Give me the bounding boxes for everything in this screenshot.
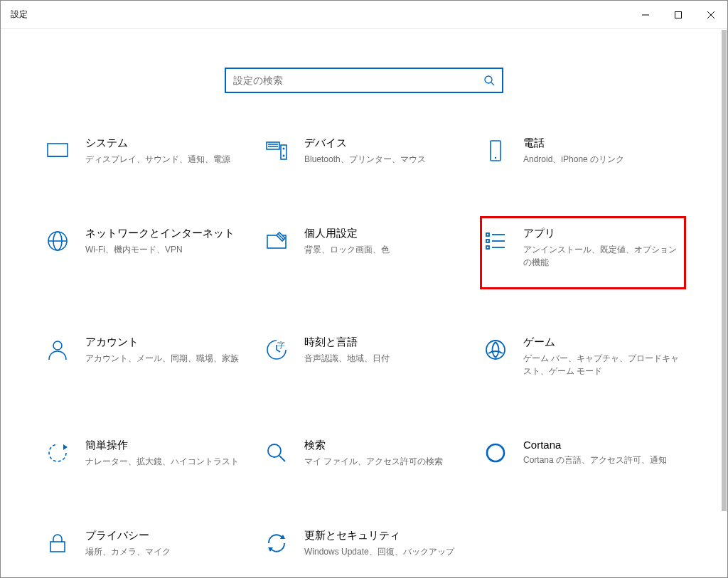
close-icon [707,11,714,18]
tile-desc: ディスプレイ、サウンド、通知、電源 [85,153,245,166]
window-title: 設定 [11,9,28,21]
search-category-icon [264,441,289,465]
tile-desc: 場所、カメラ、マイク [85,545,245,558]
svg-line-29 [277,350,280,352]
svg-point-10 [283,148,285,150]
tile-network[interactable]: ネットワークとインターネット Wi-Fi、機内モード、VPN [42,222,248,289]
svg-rect-23 [486,240,489,242]
tile-privacy[interactable]: プライバシー 場所、カメラ、マイク [42,524,248,573]
svg-marker-32 [63,444,68,450]
titlebar: 設定 [1,1,727,29]
tile-title: 電話 [523,137,682,150]
tile-update[interactable]: 更新とセキュリティ Windows Update、回復、バックアップ [261,524,467,573]
system-icon [46,139,70,163]
tile-devices[interactable]: デバイス Bluetooth、プリンター、マウス [261,132,467,181]
tile-desc: ナレーター、拡大鏡、ハイコントラスト [85,455,245,468]
tile-desc: アカウント、メール、同期、職場、家族 [85,352,245,365]
privacy-icon [46,531,70,555]
tile-desc: ゲーム バー、キャプチャ、ブロードキャスト、ゲーム モード [523,352,682,378]
svg-point-15 [495,157,496,159]
tile-text: ゲーム ゲーム バー、キャプチャ、ブロードキャスト、ゲーム モード [523,336,682,378]
scrollbar-thumb[interactable] [722,30,727,511]
tile-desc: マイ ファイル、アクセス許可の検索 [304,455,464,468]
time-language-icon: 字 [264,338,289,362]
tile-title: アプリ [523,227,682,240]
svg-rect-8 [267,142,279,149]
scrollbar[interactable] [722,30,727,577]
svg-rect-9 [281,145,287,159]
tile-phone[interactable]: 電話 Android、iPhone のリンク [480,132,686,181]
tile-desc: アンインストール、既定値、オプションの機能 [523,243,682,269]
apps-icon [483,229,508,253]
phone-icon [483,139,508,163]
tile-personalization[interactable]: 個人用設定 背景、ロック画面、色 [261,222,467,289]
tile-text: システム ディスプレイ、サウンド、通知、電源 [85,137,245,166]
svg-point-33 [268,444,281,457]
tile-text: 個人用設定 背景、ロック画面、色 [304,227,464,256]
minimize-icon [642,11,649,18]
tile-text: アプリ アンインストール、既定値、オプションの機能 [523,227,682,269]
settings-grid-wrap: システム ディスプレイ、サウンド、通知、電源 [1,132,727,573]
search-input[interactable] [233,75,478,86]
tile-title: プライバシー [85,529,245,542]
maximize-button[interactable] [662,1,695,28]
svg-line-34 [279,456,285,461]
tile-title: ネットワークとインターネット [85,227,245,240]
svg-point-27 [53,341,62,350]
tile-title: 時刻と言語 [304,336,464,349]
search-row [1,29,727,132]
svg-point-31 [486,341,505,359]
tile-search[interactable]: 検索 マイ ファイル、アクセス許可の検索 [261,434,467,483]
tile-cortana[interactable]: Cortana Cortana の言語、アクセス許可、通知 [480,434,686,483]
tile-desc: Wi-Fi、機内モード、VPN [85,243,245,256]
tile-title: 簡単操作 [85,439,245,452]
tile-system[interactable]: システム ディスプレイ、サウンド、通知、電源 [42,132,248,181]
svg-line-5 [491,82,494,85]
tile-accounts[interactable]: アカウント アカウント、メール、同期、職場、家族 [42,331,248,392]
tile-desc: Cortana の言語、アクセス許可、通知 [523,454,682,466]
search-box[interactable] [225,68,503,93]
svg-rect-36 [50,542,65,552]
tile-desc: Android、iPhone のリンク [523,153,682,166]
update-icon [264,531,289,555]
tile-title: システム [85,137,245,150]
tile-title: Cortana [523,439,682,451]
personalize-icon [264,229,289,253]
devices-icon [264,139,289,163]
accounts-icon [46,338,70,362]
svg-text:字: 字 [277,341,285,349]
gaming-icon [483,338,508,362]
tile-text: 更新とセキュリティ Windows Update、回復、バックアップ [304,529,464,558]
tile-desc: Bluetooth、プリンター、マウス [304,153,464,166]
ease-icon [46,441,70,465]
network-icon [46,229,70,253]
svg-rect-1 [675,11,682,18]
tile-title: 更新とセキュリティ [304,529,464,542]
tile-desc: Windows Update、回復、バックアップ [304,545,464,558]
minimize-button[interactable] [629,1,662,28]
close-button[interactable] [695,1,727,28]
tile-desc: 背景、ロック画面、色 [304,243,464,256]
svg-point-11 [283,155,285,157]
tile-text: デバイス Bluetooth、プリンター、マウス [304,137,464,166]
tile-gaming[interactable]: ゲーム ゲーム バー、キャプチャ、ブロードキャスト、ゲーム モード [480,331,686,392]
tile-text: プライバシー 場所、カメラ、マイク [85,529,245,558]
tile-title: 検索 [304,439,464,452]
cortana-icon [483,441,508,465]
tile-text: 時刻と言語 音声認識、地域、日付 [304,336,464,365]
tile-title: アカウント [85,336,245,349]
settings-grid: システム ディスプレイ、サウンド、通知、電源 [42,132,686,573]
svg-point-35 [487,444,504,461]
maximize-icon [675,11,682,18]
tile-text: 検索 マイ ファイル、アクセス許可の検索 [304,439,464,468]
tile-text: Cortana Cortana の言語、アクセス許可、通知 [523,439,682,466]
tile-ease-of-access[interactable]: 簡単操作 ナレーター、拡大鏡、ハイコントラスト [42,434,248,483]
tile-apps[interactable]: アプリ アンインストール、既定値、オプションの機能 [480,216,686,289]
tile-text: アカウント アカウント、メール、同期、職場、家族 [85,336,245,365]
search-icon [483,75,495,86]
svg-rect-6 [48,144,68,156]
svg-point-4 [485,76,492,83]
content-area: システム ディスプレイ、サウンド、通知、電源 [1,29,727,577]
tile-time-language[interactable]: 字 時刻と言語 音声認識、地域、日付 [261,331,467,392]
tile-text: ネットワークとインターネット Wi-Fi、機内モード、VPN [85,227,245,256]
